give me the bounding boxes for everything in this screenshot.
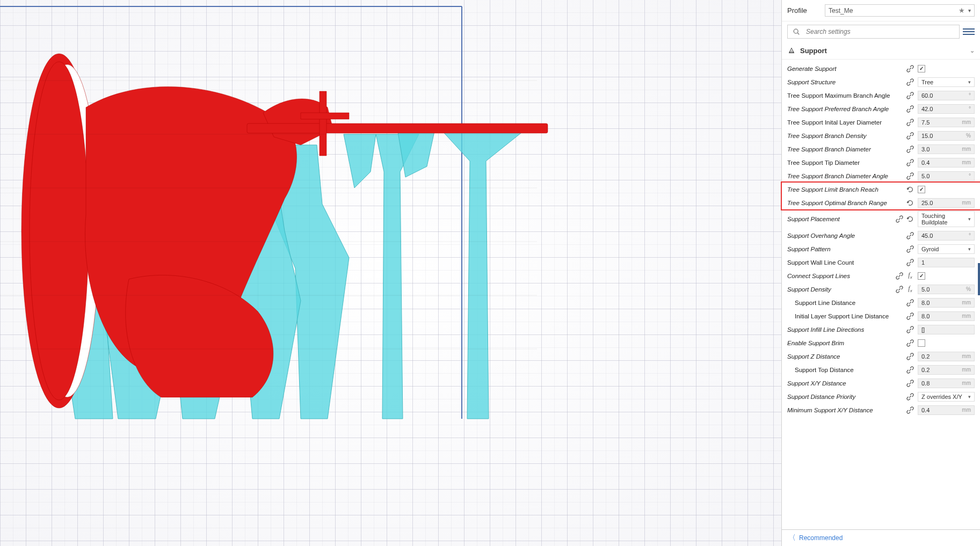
recommended-button[interactable]: 〈 Recommended: [782, 529, 980, 546]
setting-input[interactable]: 3.0mm: [918, 144, 975, 154]
setting-initial_layer_support_line_distance: Initial Layer Support Line Distance8.0mm: [782, 309, 980, 323]
chevron-down-icon: ▾: [968, 216, 971, 222]
link-icon[interactable]: [906, 406, 914, 414]
link-icon[interactable]: [906, 172, 914, 180]
setting-dropdown[interactable]: Tree▾: [918, 77, 975, 87]
input-value: 0.2: [921, 353, 962, 360]
setting-connect_support_lines: Connect Support Linesfx: [782, 269, 980, 282]
link-icon[interactable]: [906, 299, 914, 307]
setting-support_line_distance: Support Line Distance8.0mm: [782, 296, 980, 309]
link-icon[interactable]: [906, 105, 914, 113]
setting-input[interactable]: 42.0°: [918, 104, 975, 114]
svg-line-13: [797, 33, 799, 34]
input-unit: mm: [962, 313, 971, 319]
checkbox[interactable]: [918, 339, 925, 347]
profile-select[interactable]: Test_Me ★ ▾: [825, 4, 975, 17]
setting-input[interactable]: 45.0°: [918, 231, 975, 241]
input-value: 45.0: [921, 232, 969, 239]
link-icon[interactable]: [895, 215, 904, 223]
input-value: 7.5: [921, 119, 962, 126]
link-icon[interactable]: [906, 91, 914, 100]
setting-input[interactable]: 25.0mm: [918, 198, 975, 208]
link-icon[interactable]: [906, 379, 914, 388]
setting-input[interactable]: 0.4mm: [918, 405, 975, 415]
setting-input[interactable]: 60.0°: [918, 91, 975, 100]
checkbox[interactable]: [918, 272, 925, 280]
setting-input[interactable]: 5.0°: [918, 171, 975, 181]
search-box[interactable]: [787, 25, 960, 39]
hamburger-menu-icon[interactable]: [963, 26, 975, 38]
setting-input[interactable]: 0.8mm: [918, 378, 975, 388]
link-icon[interactable]: [906, 312, 914, 321]
setting-icons: [906, 199, 914, 207]
link-icon[interactable]: [906, 158, 914, 167]
setting-icons: [906, 145, 914, 154]
input-value: 0.8: [921, 380, 962, 387]
input-value: 25.0: [921, 200, 962, 206]
setting-input[interactable]: []: [918, 325, 975, 334]
setting-icons: [906, 172, 914, 180]
setting-support_structure: Support StructureTree▾: [782, 75, 980, 89]
setting-dropdown[interactable]: Touching Buildplate▾: [918, 211, 975, 227]
search-input[interactable]: [805, 27, 955, 36]
link-icon[interactable]: [906, 145, 914, 154]
link-icon[interactable]: [906, 64, 914, 73]
link-icon[interactable]: [906, 366, 914, 374]
input-value: 0.4: [921, 407, 962, 413]
link-icon[interactable]: [906, 352, 914, 361]
input-unit: mm: [962, 380, 971, 386]
link-icon[interactable]: [906, 78, 914, 86]
input-value: 42.0: [921, 106, 969, 112]
input-unit: °: [969, 232, 971, 238]
search-icon: [792, 27, 801, 36]
link-icon[interactable]: [895, 285, 904, 294]
setting-support_overhang_angle: Support Overhang Angle45.0°: [782, 229, 980, 242]
setting-icons: [906, 258, 914, 267]
reset-icon[interactable]: [906, 199, 914, 207]
dropdown-value: Tree: [921, 79, 968, 85]
right-edge-tab[interactable]: [978, 263, 980, 295]
setting-input[interactable]: 0.2mm: [918, 352, 975, 361]
link-icon[interactable]: [906, 392, 914, 401]
setting-dropdown[interactable]: Z overrides X/Y▾: [918, 392, 975, 402]
setting-support_distance_priority: Support Distance PriorityZ overrides X/Y…: [782, 390, 980, 403]
setting-label: Support X/Y Distance: [787, 380, 906, 387]
setting-label: Tree Support Preferred Branch Angle: [787, 106, 906, 112]
setting-input[interactable]: 1: [918, 258, 975, 267]
setting-label: Tree Support Branch Diameter Angle: [787, 173, 906, 179]
link-icon[interactable]: [906, 132, 914, 140]
dropdown-value: Gyroid: [921, 246, 968, 252]
fx-icon[interactable]: fx: [906, 272, 914, 280]
link-icon[interactable]: [895, 272, 904, 280]
setting-tree_branch_density: Tree Support Branch Density15.0%: [782, 129, 980, 142]
checkbox[interactable]: [918, 186, 925, 193]
model-preview: [0, 0, 781, 546]
reset-icon[interactable]: [906, 185, 914, 194]
setting-input[interactable]: 8.0mm: [918, 298, 975, 308]
setting-input[interactable]: 8.0mm: [918, 311, 975, 321]
input-value: 5.0: [921, 173, 969, 179]
link-icon[interactable]: [906, 258, 914, 267]
3d-viewport[interactable]: [0, 0, 781, 546]
setting-input[interactable]: 15.0%: [918, 131, 975, 141]
setting-label: Support Density: [787, 286, 895, 293]
input-unit: mm: [962, 200, 971, 206]
section-header-support[interactable]: Support ⌄: [782, 42, 980, 60]
link-icon[interactable]: [906, 231, 914, 240]
link-icon[interactable]: [906, 339, 914, 347]
star-icon[interactable]: ★: [959, 6, 965, 14]
setting-input[interactable]: 7.5mm: [918, 118, 975, 127]
link-icon[interactable]: [906, 118, 914, 127]
input-unit: °: [969, 92, 971, 98]
setting-input[interactable]: 0.2mm: [918, 365, 975, 375]
link-icon[interactable]: [906, 325, 914, 334]
setting-input[interactable]: 5.0%: [918, 285, 975, 294]
fx-icon[interactable]: fx: [906, 285, 914, 294]
setting-icons: [906, 312, 914, 321]
setting-dropdown[interactable]: Gyroid▾: [918, 244, 975, 254]
link-icon[interactable]: [906, 245, 914, 253]
reset-icon[interactable]: [906, 215, 914, 223]
input-unit: %: [966, 133, 971, 139]
setting-input[interactable]: 0.4mm: [918, 158, 975, 168]
checkbox[interactable]: [918, 65, 925, 72]
